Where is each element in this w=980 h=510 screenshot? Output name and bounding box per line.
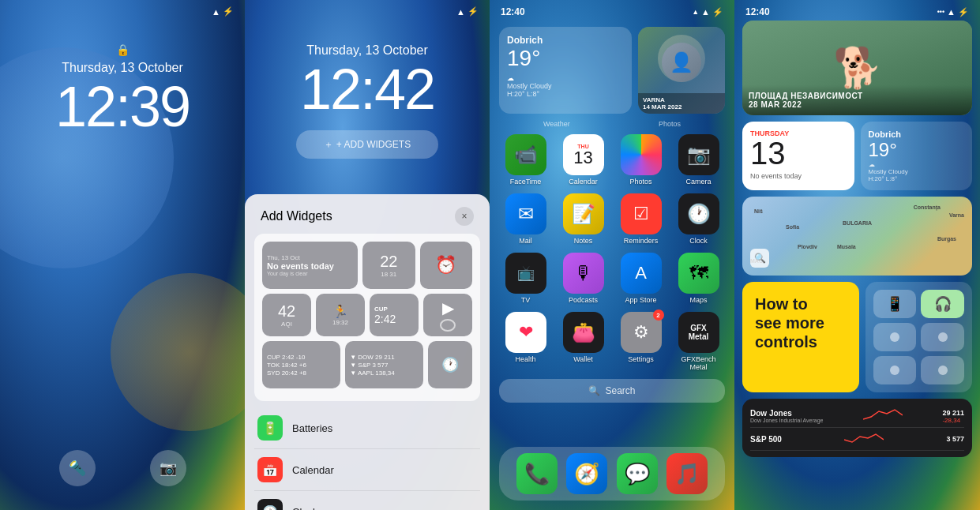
map-search-button[interactable]: 🔍 (750, 249, 769, 268)
podcasts-label: Podcasts (569, 296, 598, 304)
aqi-number: 42 (278, 302, 295, 321)
p4-cal-events: No events today (750, 172, 847, 180)
status-bar-2: ▲ ⚡ (245, 0, 490, 20)
wallet-app[interactable]: 👛 Wallet (557, 312, 610, 371)
notes-app[interactable]: 📝 Notes (557, 193, 610, 245)
p4-how-to-widget[interactable]: How to see more controls (742, 282, 859, 392)
photo-person: 👤 (658, 35, 705, 82)
p4-stocks-widget[interactable]: Dow Jones Dow Jones Industrial Average 2… (742, 399, 972, 457)
fitness-time: 19:32 (332, 319, 348, 326)
cup-widget[interactable]: CUP 2:42 (370, 294, 419, 336)
search-bar[interactable]: 🔍 Search (499, 379, 725, 403)
ctrl-phone[interactable]: 📱 (873, 290, 917, 318)
nav-widget[interactable]: ▶ (423, 294, 472, 336)
home-top-widgets: Dobrich 19° ☁ Mostly Cloudy H:20° L:8° 👤… (499, 27, 725, 114)
modal-close-button[interactable]: × (455, 207, 474, 226)
weather-hl: H:20° L:8° (507, 90, 624, 98)
camera-label: Camera (685, 178, 711, 186)
map-constanta: Constanța (914, 204, 941, 210)
music-dock-icon[interactable]: 🎵 (666, 453, 708, 494)
dow-change: -28,34 (942, 417, 964, 424)
fitness-widget[interactable]: 🏃 19:32 (316, 294, 365, 336)
messages-dock-icon[interactable]: 💬 (617, 453, 658, 494)
facetime-app[interactable]: 📹 FaceTime (499, 134, 552, 186)
stock-sp-chart (844, 430, 884, 448)
cup-time: 2:42 (374, 313, 396, 325)
settings-app[interactable]: ⚙ 2 Settings (614, 312, 667, 371)
dow-widget[interactable]: ▼ DOW 29 211 ▼ S&P 3 577 ▼ AAPL 138,34 (345, 341, 423, 388)
camera-button[interactable]: 📷 (150, 450, 186, 486)
ctrl-circle-3[interactable] (873, 356, 917, 384)
p4-controls-widget[interactable]: 📱 🎧 (865, 282, 973, 392)
stock-sp-values: 3 577 (946, 435, 964, 443)
lock-buttons-1: 🔦 📷 (0, 450, 245, 486)
gfx-app[interactable]: GFXMetal GFXBench Metal (672, 312, 725, 371)
photos-widget[interactable]: 👤 VARNA 14 MAR 2022 (638, 27, 725, 114)
status-time-3: 12:40 (501, 6, 525, 17)
weather-city: Dobrich (507, 35, 624, 46)
p4-map-widget[interactable]: Niš Sofia Constanța Varna Burgas BULGARI… (742, 197, 972, 276)
appstore-app[interactable]: A App Store (614, 253, 667, 304)
stock-row-sp: S&P 500 3 577 (750, 428, 964, 451)
health-app[interactable]: ❤ Health (499, 312, 552, 371)
flashlight-button[interactable]: 🔦 (59, 450, 96, 486)
map-sofia: Sofia (786, 224, 799, 230)
photos-widget-label: Photos (659, 120, 681, 128)
weather-desc: Mostly Cloudy (507, 82, 624, 90)
wallet-label: Wallet (573, 355, 593, 363)
p4-weather-city: Dobrich (869, 129, 965, 139)
reminders-label: Reminders (624, 237, 659, 245)
alarm-widget[interactable]: 22 18 31 (362, 242, 415, 289)
phone-dock-icon[interactable]: 📞 (516, 453, 558, 494)
panel-4-widgets: 12:40 ••• ▲ ⚡ 🐕 ПЛОЩАД НЕЗАВИСИМОСТ 28 M… (734, 0, 980, 510)
clock-widget-2[interactable]: 🕐 (428, 341, 472, 388)
aqi-widget[interactable]: 42 AQI (262, 294, 311, 336)
stock-sp-name: S&P 500 (750, 435, 782, 444)
ctrl-circle-2[interactable] (921, 323, 964, 351)
clock-app[interactable]: 🕐 Clock (672, 193, 725, 245)
p4-weather-hl: H:20° L:8° (869, 175, 965, 182)
widget-row-3: CUP 2:42 -10 TOK 18:42 +6 SYD 20:42 +8 ▼… (262, 341, 472, 388)
add-widgets-button[interactable]: ＋ + ADD WIDGETS (296, 130, 438, 159)
clock-widget[interactable]: ⏰ (420, 242, 473, 289)
battery-icon: ⚡ (223, 6, 234, 17)
podcasts-app[interactable]: 🎙 Podcasts (557, 253, 610, 304)
calendar-app[interactable]: THU 13 Calendar (557, 134, 610, 186)
batteries-list-item[interactable]: 🔋 Batteries (254, 407, 480, 449)
add-widgets-modal: Add Widgets × Thu, 13 Oct No events toda… (245, 194, 490, 510)
mail-app[interactable]: ✉ Mail (499, 193, 552, 245)
maps-app[interactable]: 🗺 Maps (672, 253, 725, 304)
status-bar-1: ▲ ⚡ (0, 0, 245, 20)
ctrl-earphones[interactable]: 🎧 (921, 290, 964, 318)
p4-weather-temp: 19° (869, 139, 965, 161)
weather-widget[interactable]: Dobrich 19° ☁ Mostly Cloudy H:20° L:8° (499, 27, 632, 114)
clock-list-item[interactable]: 🕐 Clock (254, 491, 480, 510)
modal-header: Add Widgets × (254, 204, 480, 234)
widget-labels: Weather Photos (499, 120, 725, 128)
safari-dock-icon[interactable]: 🧭 (566, 453, 607, 494)
photos-app[interactable]: Photos (614, 134, 667, 186)
weather-temp: 19° (507, 46, 624, 71)
gfx-icon: GFXMetal (678, 312, 719, 353)
p4-calendar-widget[interactable]: THURSDAY 13 No events today (742, 122, 854, 190)
map-burgas: Burgas (937, 236, 956, 242)
sp-chart-svg (844, 430, 884, 446)
camera-app[interactable]: 📷 Camera (672, 134, 725, 186)
calendar-list-item[interactable]: 📅 Calendar (254, 449, 480, 491)
p4-photo-widget[interactable]: 🐕 ПЛОЩАД НЕЗАВИСИМОСТ 28 MAR 2022 (742, 21, 972, 115)
batteries-label: Batteries (292, 422, 332, 434)
reminders-app[interactable]: ☑ Reminders (614, 193, 667, 245)
stocks-widget[interactable]: CUP 2:42 -10 TOK 18:42 +6 SYD 20:42 +8 (262, 341, 340, 388)
ctrl-circle-1[interactable] (873, 323, 917, 351)
add-icon: ＋ (324, 138, 333, 152)
p4-weather-widget[interactable]: Dobrich 19° ☁ Mostly Cloudy H:20° L:8° (861, 122, 973, 190)
ctrl-circle-4[interactable] (921, 356, 964, 384)
clock-list-icon: 🕐 (257, 499, 283, 510)
calendar-widget[interactable]: Thu, 13 Oct No events today Your day is … (262, 242, 358, 289)
lock-date-1: Thursday, 13 October (0, 61, 245, 75)
aapl-row: ▼ AAPL 138,34 (350, 369, 395, 377)
appstore-label: App Store (625, 296, 656, 304)
tv-app[interactable]: 📺 TV (499, 253, 552, 304)
location-icon: ▲ (692, 8, 699, 16)
search-icon: 🔍 (588, 385, 600, 396)
